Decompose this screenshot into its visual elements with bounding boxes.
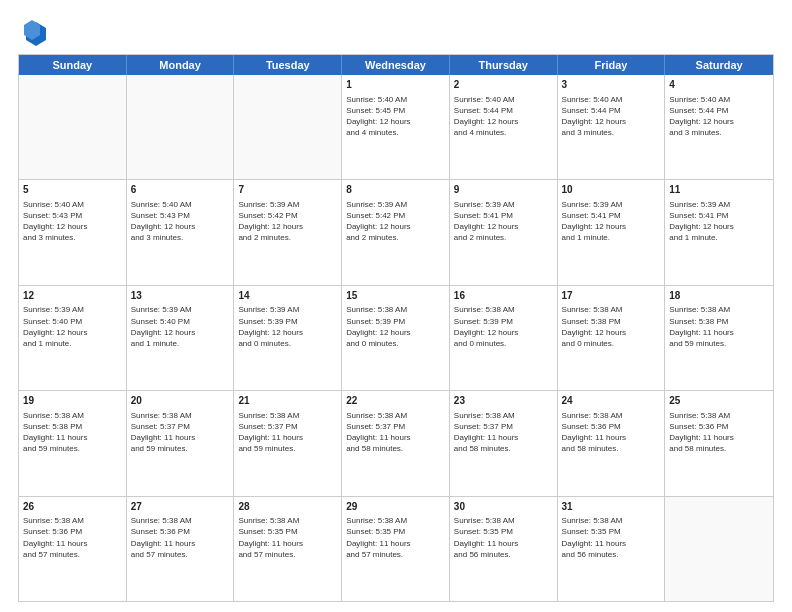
- calendar-cell: 9Sunrise: 5:39 AM Sunset: 5:41 PM Daylig…: [450, 180, 558, 284]
- calendar-cell: 6Sunrise: 5:40 AM Sunset: 5:43 PM Daylig…: [127, 180, 235, 284]
- weekday-header: Monday: [127, 55, 235, 75]
- cell-day-number: 11: [669, 183, 769, 197]
- calendar-cell: 31Sunrise: 5:38 AM Sunset: 5:35 PM Dayli…: [558, 497, 666, 601]
- cell-day-number: 12: [23, 289, 122, 303]
- cell-info: Sunrise: 5:38 AM Sunset: 5:38 PM Dayligh…: [562, 304, 661, 349]
- cell-info: Sunrise: 5:40 AM Sunset: 5:44 PM Dayligh…: [669, 94, 769, 139]
- cell-info: Sunrise: 5:39 AM Sunset: 5:41 PM Dayligh…: [669, 199, 769, 244]
- cell-info: Sunrise: 5:40 AM Sunset: 5:43 PM Dayligh…: [131, 199, 230, 244]
- cell-info: Sunrise: 5:40 AM Sunset: 5:45 PM Dayligh…: [346, 94, 445, 139]
- calendar-cell: 20Sunrise: 5:38 AM Sunset: 5:37 PM Dayli…: [127, 391, 235, 495]
- cell-info: Sunrise: 5:38 AM Sunset: 5:37 PM Dayligh…: [238, 410, 337, 455]
- cell-day-number: 21: [238, 394, 337, 408]
- cell-info: Sunrise: 5:38 AM Sunset: 5:37 PM Dayligh…: [346, 410, 445, 455]
- weekday-header: Sunday: [19, 55, 127, 75]
- cell-day-number: 27: [131, 500, 230, 514]
- logo-icon: [18, 18, 46, 46]
- cell-info: Sunrise: 5:39 AM Sunset: 5:39 PM Dayligh…: [238, 304, 337, 349]
- cell-day-number: 15: [346, 289, 445, 303]
- cell-day-number: 18: [669, 289, 769, 303]
- weekday-header: Friday: [558, 55, 666, 75]
- cell-day-number: 6: [131, 183, 230, 197]
- calendar-cell: 21Sunrise: 5:38 AM Sunset: 5:37 PM Dayli…: [234, 391, 342, 495]
- cell-day-number: 8: [346, 183, 445, 197]
- calendar-cell: 11Sunrise: 5:39 AM Sunset: 5:41 PM Dayli…: [665, 180, 773, 284]
- calendar-cell: 25Sunrise: 5:38 AM Sunset: 5:36 PM Dayli…: [665, 391, 773, 495]
- calendar-cell: 15Sunrise: 5:38 AM Sunset: 5:39 PM Dayli…: [342, 286, 450, 390]
- cell-day-number: 29: [346, 500, 445, 514]
- calendar-cell: 22Sunrise: 5:38 AM Sunset: 5:37 PM Dayli…: [342, 391, 450, 495]
- calendar-cell: 4Sunrise: 5:40 AM Sunset: 5:44 PM Daylig…: [665, 75, 773, 179]
- calendar-row: 26Sunrise: 5:38 AM Sunset: 5:36 PM Dayli…: [19, 497, 773, 601]
- cell-info: Sunrise: 5:40 AM Sunset: 5:44 PM Dayligh…: [454, 94, 553, 139]
- calendar-row: 5Sunrise: 5:40 AM Sunset: 5:43 PM Daylig…: [19, 180, 773, 285]
- weekday-header: Wednesday: [342, 55, 450, 75]
- calendar-cell: 12Sunrise: 5:39 AM Sunset: 5:40 PM Dayli…: [19, 286, 127, 390]
- cell-info: Sunrise: 5:38 AM Sunset: 5:36 PM Dayligh…: [23, 515, 122, 560]
- header: [18, 18, 774, 46]
- cell-day-number: 19: [23, 394, 122, 408]
- cell-info: Sunrise: 5:38 AM Sunset: 5:37 PM Dayligh…: [454, 410, 553, 455]
- cell-day-number: 26: [23, 500, 122, 514]
- weekday-header: Thursday: [450, 55, 558, 75]
- calendar-cell: [665, 497, 773, 601]
- calendar-row: 12Sunrise: 5:39 AM Sunset: 5:40 PM Dayli…: [19, 286, 773, 391]
- calendar-cell: [234, 75, 342, 179]
- cell-info: Sunrise: 5:38 AM Sunset: 5:35 PM Dayligh…: [454, 515, 553, 560]
- cell-day-number: 24: [562, 394, 661, 408]
- cell-info: Sunrise: 5:38 AM Sunset: 5:35 PM Dayligh…: [238, 515, 337, 560]
- cell-info: Sunrise: 5:38 AM Sunset: 5:38 PM Dayligh…: [669, 304, 769, 349]
- cell-info: Sunrise: 5:38 AM Sunset: 5:36 PM Dayligh…: [669, 410, 769, 455]
- cell-day-number: 22: [346, 394, 445, 408]
- calendar-cell: 1Sunrise: 5:40 AM Sunset: 5:45 PM Daylig…: [342, 75, 450, 179]
- cell-day-number: 3: [562, 78, 661, 92]
- calendar-cell: 3Sunrise: 5:40 AM Sunset: 5:44 PM Daylig…: [558, 75, 666, 179]
- calendar-cell: 14Sunrise: 5:39 AM Sunset: 5:39 PM Dayli…: [234, 286, 342, 390]
- cell-day-number: 2: [454, 78, 553, 92]
- cell-day-number: 30: [454, 500, 553, 514]
- calendar-cell: 30Sunrise: 5:38 AM Sunset: 5:35 PM Dayli…: [450, 497, 558, 601]
- cell-day-number: 31: [562, 500, 661, 514]
- cell-info: Sunrise: 5:39 AM Sunset: 5:41 PM Dayligh…: [454, 199, 553, 244]
- calendar-cell: 7Sunrise: 5:39 AM Sunset: 5:42 PM Daylig…: [234, 180, 342, 284]
- cell-info: Sunrise: 5:40 AM Sunset: 5:44 PM Dayligh…: [562, 94, 661, 139]
- cell-day-number: 14: [238, 289, 337, 303]
- cell-day-number: 4: [669, 78, 769, 92]
- cell-info: Sunrise: 5:39 AM Sunset: 5:42 PM Dayligh…: [238, 199, 337, 244]
- cell-day-number: 16: [454, 289, 553, 303]
- weekday-header: Saturday: [665, 55, 773, 75]
- cell-day-number: 5: [23, 183, 122, 197]
- calendar-cell: 16Sunrise: 5:38 AM Sunset: 5:39 PM Dayli…: [450, 286, 558, 390]
- cell-info: Sunrise: 5:38 AM Sunset: 5:35 PM Dayligh…: [562, 515, 661, 560]
- calendar-header: SundayMondayTuesdayWednesdayThursdayFrid…: [19, 55, 773, 75]
- cell-info: Sunrise: 5:39 AM Sunset: 5:41 PM Dayligh…: [562, 199, 661, 244]
- calendar-row: 19Sunrise: 5:38 AM Sunset: 5:38 PM Dayli…: [19, 391, 773, 496]
- cell-info: Sunrise: 5:39 AM Sunset: 5:42 PM Dayligh…: [346, 199, 445, 244]
- calendar-cell: 19Sunrise: 5:38 AM Sunset: 5:38 PM Dayli…: [19, 391, 127, 495]
- weekday-header: Tuesday: [234, 55, 342, 75]
- cell-info: Sunrise: 5:38 AM Sunset: 5:36 PM Dayligh…: [562, 410, 661, 455]
- cell-info: Sunrise: 5:38 AM Sunset: 5:38 PM Dayligh…: [23, 410, 122, 455]
- cell-day-number: 9: [454, 183, 553, 197]
- page: SundayMondayTuesdayWednesdayThursdayFrid…: [0, 0, 792, 612]
- calendar-cell: 17Sunrise: 5:38 AM Sunset: 5:38 PM Dayli…: [558, 286, 666, 390]
- calendar-cell: [19, 75, 127, 179]
- cell-day-number: 13: [131, 289, 230, 303]
- calendar: SundayMondayTuesdayWednesdayThursdayFrid…: [18, 54, 774, 602]
- cell-info: Sunrise: 5:38 AM Sunset: 5:37 PM Dayligh…: [131, 410, 230, 455]
- cell-info: Sunrise: 5:38 AM Sunset: 5:39 PM Dayligh…: [346, 304, 445, 349]
- cell-info: Sunrise: 5:38 AM Sunset: 5:35 PM Dayligh…: [346, 515, 445, 560]
- cell-info: Sunrise: 5:40 AM Sunset: 5:43 PM Dayligh…: [23, 199, 122, 244]
- calendar-body: 1Sunrise: 5:40 AM Sunset: 5:45 PM Daylig…: [19, 75, 773, 601]
- calendar-cell: 28Sunrise: 5:38 AM Sunset: 5:35 PM Dayli…: [234, 497, 342, 601]
- cell-day-number: 17: [562, 289, 661, 303]
- calendar-cell: 29Sunrise: 5:38 AM Sunset: 5:35 PM Dayli…: [342, 497, 450, 601]
- cell-day-number: 28: [238, 500, 337, 514]
- cell-info: Sunrise: 5:39 AM Sunset: 5:40 PM Dayligh…: [23, 304, 122, 349]
- calendar-cell: 10Sunrise: 5:39 AM Sunset: 5:41 PM Dayli…: [558, 180, 666, 284]
- logo: [18, 18, 50, 46]
- cell-day-number: 25: [669, 394, 769, 408]
- cell-info: Sunrise: 5:39 AM Sunset: 5:40 PM Dayligh…: [131, 304, 230, 349]
- cell-day-number: 10: [562, 183, 661, 197]
- calendar-cell: 5Sunrise: 5:40 AM Sunset: 5:43 PM Daylig…: [19, 180, 127, 284]
